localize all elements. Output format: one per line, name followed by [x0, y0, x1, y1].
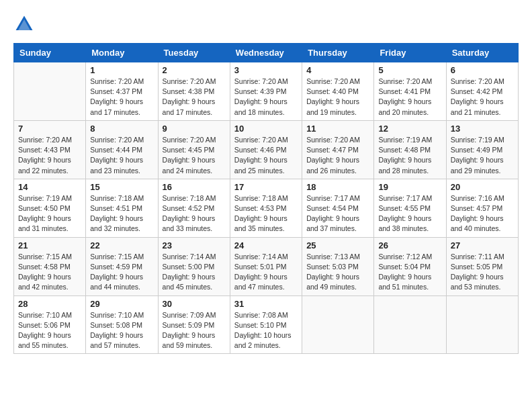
- calendar-table: SundayMondayTuesdayWednesdayThursdayFrid…: [13, 43, 519, 354]
- calendar-cell: 6Sunrise: 7:20 AMSunset: 4:42 PMDaylight…: [446, 62, 518, 121]
- day-info: Sunrise: 7:13 AMSunset: 5:03 PMDaylight:…: [306, 252, 369, 293]
- day-info: Sunrise: 7:20 AMSunset: 4:47 PMDaylight:…: [306, 135, 369, 176]
- day-info: Sunrise: 7:18 AMSunset: 4:52 PMDaylight:…: [163, 193, 226, 234]
- day-number: 1: [90, 65, 153, 75]
- calendar-cell: 8Sunrise: 7:20 AMSunset: 4:44 PMDaylight…: [86, 120, 158, 179]
- day-number: 14: [18, 182, 81, 192]
- calendar-cell: 13Sunrise: 7:19 AMSunset: 4:49 PMDayligh…: [446, 120, 518, 179]
- weekday-header-saturday: Saturday: [446, 44, 518, 62]
- calendar-cell: 26Sunrise: 7:12 AMSunset: 5:04 PMDayligh…: [374, 237, 446, 295]
- header: [13, 13, 519, 35]
- day-info: Sunrise: 7:14 AMSunset: 5:00 PMDaylight:…: [163, 252, 226, 293]
- day-info: Sunrise: 7:20 AMSunset: 4:40 PMDaylight:…: [306, 77, 369, 118]
- calendar-cell: 28Sunrise: 7:10 AMSunset: 5:06 PMDayligh…: [14, 295, 86, 354]
- day-info: Sunrise: 7:20 AMSunset: 4:46 PMDaylight:…: [234, 135, 298, 176]
- day-number: 31: [234, 299, 298, 309]
- day-number: 20: [451, 182, 514, 192]
- day-number: 6: [451, 65, 514, 75]
- calendar-cell: 11Sunrise: 7:20 AMSunset: 4:47 PMDayligh…: [302, 120, 374, 179]
- day-number: 9: [163, 124, 226, 134]
- week-row-2: 7Sunrise: 7:20 AMSunset: 4:43 PMDaylight…: [14, 120, 519, 179]
- calendar-cell: 23Sunrise: 7:14 AMSunset: 5:00 PMDayligh…: [158, 237, 230, 295]
- weekday-header-friday: Friday: [374, 44, 446, 62]
- week-row-3: 14Sunrise: 7:19 AMSunset: 4:50 PMDayligh…: [14, 179, 519, 237]
- week-row-5: 28Sunrise: 7:10 AMSunset: 5:06 PMDayligh…: [14, 295, 519, 354]
- day-info: Sunrise: 7:10 AMSunset: 5:06 PMDaylight:…: [18, 310, 81, 351]
- day-info: Sunrise: 7:17 AMSunset: 4:55 PMDaylight:…: [378, 193, 441, 234]
- day-info: Sunrise: 7:19 AMSunset: 4:48 PMDaylight:…: [378, 135, 441, 176]
- day-info: Sunrise: 7:09 AMSunset: 5:09 PMDaylight:…: [163, 310, 226, 351]
- day-info: Sunrise: 7:20 AMSunset: 4:39 PMDaylight:…: [234, 77, 298, 118]
- weekday-header-thursday: Thursday: [302, 44, 374, 62]
- weekday-header-row: SundayMondayTuesdayWednesdayThursdayFrid…: [14, 44, 519, 62]
- weekday-header-tuesday: Tuesday: [158, 44, 230, 62]
- weekday-header-monday: Monday: [86, 44, 158, 62]
- calendar-cell: 5Sunrise: 7:20 AMSunset: 4:41 PMDaylight…: [374, 62, 446, 121]
- day-info: Sunrise: 7:17 AMSunset: 4:54 PMDaylight:…: [306, 193, 369, 234]
- calendar-cell: 9Sunrise: 7:20 AMSunset: 4:45 PMDaylight…: [158, 120, 230, 179]
- calendar-cell: 17Sunrise: 7:18 AMSunset: 4:53 PMDayligh…: [230, 179, 302, 237]
- day-number: 30: [163, 299, 226, 309]
- day-number: 29: [90, 299, 153, 309]
- calendar-cell: 18Sunrise: 7:17 AMSunset: 4:54 PMDayligh…: [302, 179, 374, 237]
- day-number: 23: [163, 240, 226, 250]
- day-info: Sunrise: 7:19 AMSunset: 4:50 PMDaylight:…: [18, 193, 81, 234]
- week-row-1: 1Sunrise: 7:20 AMSunset: 4:37 PMDaylight…: [14, 62, 519, 121]
- day-number: 11: [306, 124, 369, 134]
- calendar-cell: 20Sunrise: 7:16 AMSunset: 4:57 PMDayligh…: [446, 179, 518, 237]
- day-info: Sunrise: 7:20 AMSunset: 4:44 PMDaylight:…: [90, 135, 153, 176]
- calendar-cell: 14Sunrise: 7:19 AMSunset: 4:50 PMDayligh…: [14, 179, 86, 237]
- day-number: 3: [234, 65, 298, 75]
- logo: [13, 13, 38, 35]
- day-info: Sunrise: 7:20 AMSunset: 4:38 PMDaylight:…: [163, 77, 226, 118]
- day-number: 15: [90, 182, 153, 192]
- calendar-cell: 31Sunrise: 7:08 AMSunset: 5:10 PMDayligh…: [230, 295, 302, 354]
- day-number: 8: [90, 124, 153, 134]
- calendar-cell: 19Sunrise: 7:17 AMSunset: 4:55 PMDayligh…: [374, 179, 446, 237]
- calendar-cell: 15Sunrise: 7:18 AMSunset: 4:51 PMDayligh…: [86, 179, 158, 237]
- day-info: Sunrise: 7:20 AMSunset: 4:41 PMDaylight:…: [378, 77, 441, 118]
- day-info: Sunrise: 7:15 AMSunset: 4:58 PMDaylight:…: [18, 252, 81, 293]
- calendar-cell: [302, 295, 374, 354]
- calendar-cell: 24Sunrise: 7:14 AMSunset: 5:01 PMDayligh…: [230, 237, 302, 295]
- calendar-cell: 10Sunrise: 7:20 AMSunset: 4:46 PMDayligh…: [230, 120, 302, 179]
- day-info: Sunrise: 7:20 AMSunset: 4:42 PMDaylight:…: [451, 77, 514, 118]
- calendar-cell: 22Sunrise: 7:15 AMSunset: 4:59 PMDayligh…: [86, 237, 158, 295]
- day-number: 25: [306, 240, 369, 250]
- calendar-cell: 16Sunrise: 7:18 AMSunset: 4:52 PMDayligh…: [158, 179, 230, 237]
- calendar-cell: 3Sunrise: 7:20 AMSunset: 4:39 PMDaylight…: [230, 62, 302, 121]
- weekday-header-wednesday: Wednesday: [230, 44, 302, 62]
- calendar-cell: 4Sunrise: 7:20 AMSunset: 4:40 PMDaylight…: [302, 62, 374, 121]
- calendar-cell: [374, 295, 446, 354]
- calendar-cell: 30Sunrise: 7:09 AMSunset: 5:09 PMDayligh…: [158, 295, 230, 354]
- day-info: Sunrise: 7:20 AMSunset: 4:37 PMDaylight:…: [90, 77, 153, 118]
- day-info: Sunrise: 7:10 AMSunset: 5:08 PMDaylight:…: [90, 310, 153, 351]
- day-number: 2: [163, 65, 226, 75]
- day-number: 18: [306, 182, 369, 192]
- calendar-cell: 27Sunrise: 7:11 AMSunset: 5:05 PMDayligh…: [446, 237, 518, 295]
- day-info: Sunrise: 7:20 AMSunset: 4:43 PMDaylight:…: [18, 135, 81, 176]
- day-info: Sunrise: 7:19 AMSunset: 4:49 PMDaylight:…: [451, 135, 514, 176]
- day-number: 28: [18, 299, 81, 309]
- day-number: 16: [163, 182, 226, 192]
- day-number: 26: [378, 240, 441, 250]
- weekday-header-sunday: Sunday: [14, 44, 86, 62]
- calendar-cell: [14, 62, 86, 121]
- week-row-4: 21Sunrise: 7:15 AMSunset: 4:58 PMDayligh…: [14, 237, 519, 295]
- day-number: 27: [451, 240, 514, 250]
- day-number: 22: [90, 240, 153, 250]
- day-info: Sunrise: 7:16 AMSunset: 4:57 PMDaylight:…: [451, 193, 514, 234]
- day-number: 24: [234, 240, 298, 250]
- logo-icon: [13, 13, 35, 35]
- day-number: 13: [451, 124, 514, 134]
- calendar-cell: 21Sunrise: 7:15 AMSunset: 4:58 PMDayligh…: [14, 237, 86, 295]
- day-info: Sunrise: 7:20 AMSunset: 4:45 PMDaylight:…: [163, 135, 226, 176]
- calendar-cell: 29Sunrise: 7:10 AMSunset: 5:08 PMDayligh…: [86, 295, 158, 354]
- day-info: Sunrise: 7:15 AMSunset: 4:59 PMDaylight:…: [90, 252, 153, 293]
- day-number: 5: [378, 65, 441, 75]
- calendar-cell: 7Sunrise: 7:20 AMSunset: 4:43 PMDaylight…: [14, 120, 86, 179]
- calendar-cell: 25Sunrise: 7:13 AMSunset: 5:03 PMDayligh…: [302, 237, 374, 295]
- day-info: Sunrise: 7:08 AMSunset: 5:10 PMDaylight:…: [234, 310, 298, 351]
- day-number: 4: [306, 65, 369, 75]
- day-info: Sunrise: 7:18 AMSunset: 4:51 PMDaylight:…: [90, 193, 153, 234]
